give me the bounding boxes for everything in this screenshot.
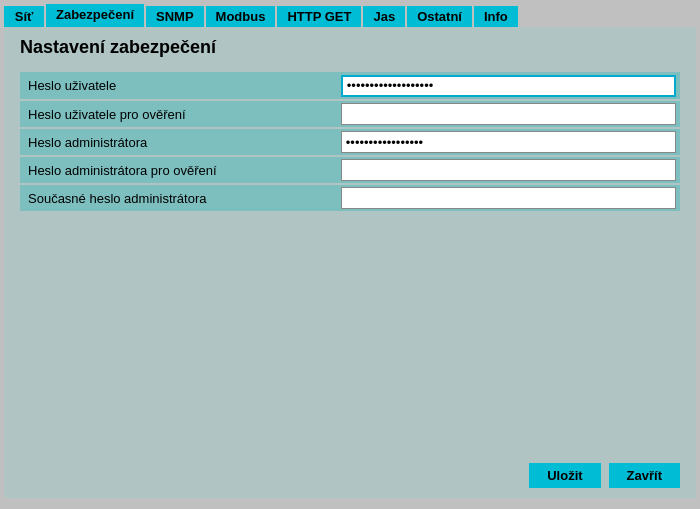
label-soucasne_heslo: Současné heslo administrátora (20, 184, 337, 212)
form-row-heslo_administratora: Heslo administrátora (20, 128, 680, 156)
save-button[interactable]: Uložit (529, 463, 600, 488)
tab-info[interactable]: Info (474, 6, 518, 27)
input-cell-heslo_administratora (337, 128, 680, 156)
form-table: Heslo uživateleHeslo uživatele pro ověře… (20, 72, 680, 213)
tab-bar: SíťZabezpečeníSNMPModbusHTTP GETJasOstat… (0, 0, 700, 27)
input-heslo_administratora_overeni[interactable] (341, 159, 676, 181)
input-cell-heslo_uzivatele_overeni (337, 100, 680, 128)
bottom-bar: Uložit Zavřít (529, 463, 680, 488)
form-row-heslo_uzivatele: Heslo uživatele (20, 72, 680, 100)
label-heslo_administratora_overeni: Heslo administrátora pro ověření (20, 156, 337, 184)
tab-modbus[interactable]: Modbus (206, 6, 276, 27)
form-row-heslo_uzivatele_overeni: Heslo uživatele pro ověření (20, 100, 680, 128)
input-cell-heslo_uzivatele (337, 72, 680, 100)
label-heslo_uzivatele: Heslo uživatele (20, 72, 337, 100)
tab-http_get[interactable]: HTTP GET (277, 6, 361, 27)
tab-snmp[interactable]: SNMP (146, 6, 204, 27)
form-row-soucasne_heslo: Současné heslo administrátora (20, 184, 680, 212)
input-heslo_uzivatele[interactable] (341, 75, 676, 97)
page-title: Nastavení zabezpečení (20, 37, 680, 58)
tab-ostatni[interactable]: Ostatní (407, 6, 472, 27)
label-heslo_uzivatele_overeni: Heslo uživatele pro ověření (20, 100, 337, 128)
input-cell-soucasne_heslo (337, 184, 680, 212)
form-row-heslo_administratora_overeni: Heslo administrátora pro ověření (20, 156, 680, 184)
input-heslo_uzivatele_overeni[interactable] (341, 103, 676, 125)
input-soucasne_heslo[interactable] (341, 187, 676, 209)
tab-zabezpeceni[interactable]: Zabezpečení (46, 4, 144, 27)
content-area: Nastavení zabezpečení Heslo uživateleHes… (4, 27, 696, 498)
input-heslo_administratora[interactable] (341, 131, 676, 153)
label-heslo_administratora: Heslo administrátora (20, 128, 337, 156)
tab-jas[interactable]: Jas (363, 6, 405, 27)
close-button[interactable]: Zavřít (609, 463, 680, 488)
input-cell-heslo_administratora_overeni (337, 156, 680, 184)
tab-sit[interactable]: Síť (4, 6, 44, 27)
